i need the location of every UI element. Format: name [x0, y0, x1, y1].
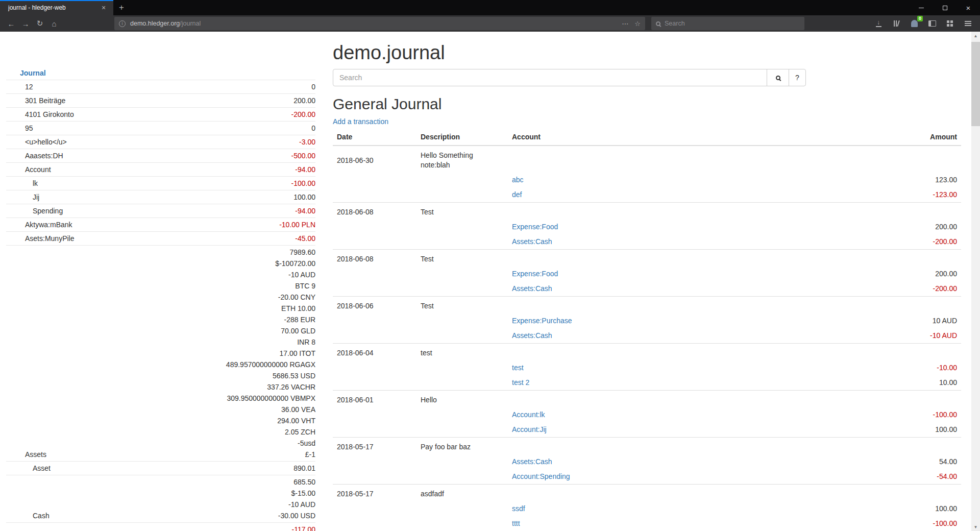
transaction-row: 2018-06-01Hello	[333, 391, 961, 408]
sidebar-account-link[interactable]: Asset	[33, 464, 51, 472]
balance-amount: 100.00	[141, 191, 315, 203]
posting-amount: -10 AUD	[767, 328, 961, 344]
posting-amount: 200.00	[767, 267, 961, 281]
posting-account-link[interactable]: def	[512, 190, 522, 199]
sidebar-account-link[interactable]: Spending	[33, 207, 63, 215]
posting-account-link[interactable]: Assets:Cash	[512, 457, 552, 466]
posting-row: abc123.00	[333, 173, 961, 187]
library-icon	[894, 20, 899, 27]
posting-account-link[interactable]: test 2	[512, 378, 529, 387]
transaction-date: 2018-06-08	[333, 250, 416, 267]
sidebar-account-row: -117.00	[6, 523, 315, 531]
reload-button[interactable]: ↻	[33, 17, 47, 30]
journal-search-button[interactable]	[767, 69, 789, 86]
window-maximize-button[interactable]	[933, 0, 957, 15]
transaction-description: Test	[416, 297, 508, 314]
browser-tab[interactable]: journal - hledger-web ×	[0, 0, 113, 15]
sidebar-account-balance: 685.50$-15.00-10 AUD-30.00 USD	[141, 475, 315, 523]
posting-account-link[interactable]: Account:Spending	[512, 472, 570, 480]
posting-account-link[interactable]: Expense:Food	[512, 223, 558, 231]
sidebar-account-link[interactable]: 4101 Girokonto	[25, 110, 74, 118]
posting-account-link[interactable]: test	[512, 364, 524, 372]
site-info-icon[interactable]	[119, 20, 126, 27]
sidebar-account-link[interactable]: Cash	[33, 512, 50, 520]
sidebar-account-row: Asets:MunyPile-45.00	[6, 232, 315, 246]
posting-amount: 200.00	[767, 220, 961, 234]
balance-amount: -94.00	[141, 164, 315, 175]
back-button[interactable]: ←	[4, 17, 18, 30]
sidebar-account-link[interactable]: Asets:MunyPile	[25, 234, 74, 243]
sidebar-account-link[interactable]: Account	[25, 165, 51, 174]
browser-search-field[interactable]: Search	[651, 17, 804, 30]
transaction-row: 2018-06-08Test	[333, 203, 961, 220]
url-bar[interactable]: demo.hledger.org/journal ⋯ ☆	[114, 17, 645, 30]
col-header-description: Description	[416, 129, 508, 146]
add-transaction-link[interactable]: Add a transaction	[333, 117, 388, 126]
posting-account: Assets:Cash	[508, 281, 767, 297]
sidebar-account-row: Spending-94.00	[6, 204, 315, 218]
sidebar-account-link[interactable]: <u>hello</u>	[25, 138, 67, 146]
home-button[interactable]: ⌂	[47, 17, 61, 30]
sidebar-account-link[interactable]: Jij	[33, 193, 39, 201]
posting-account-link[interactable]: Assets:Cash	[512, 331, 552, 340]
col-header-date: Date	[333, 129, 416, 146]
sidebar-account-link[interactable]: 12	[25, 83, 33, 91]
posting-account-link[interactable]: Expense:Food	[512, 270, 558, 278]
sidebar-toggle-button[interactable]	[927, 18, 937, 29]
sidebar-account-link[interactable]: lk	[33, 179, 38, 187]
posting-account-link[interactable]: Assets:Cash	[512, 237, 552, 246]
page-scrollbar[interactable]: ▲ ▼	[971, 32, 980, 531]
window-controls: ×	[910, 0, 980, 15]
posting-account-link[interactable]: Account:Jij	[512, 425, 547, 433]
tab-close-icon[interactable]: ×	[99, 4, 108, 12]
posting-amount: 123.00	[767, 173, 961, 187]
posting-row: Account:lk-100.00	[333, 407, 961, 422]
maximize-icon	[943, 6, 947, 10]
window-close-button[interactable]: ×	[957, 0, 980, 15]
balance-amount: -10.00 PLN	[141, 219, 315, 230]
menu-button[interactable]	[963, 18, 973, 29]
posting-amount: 100.00	[767, 501, 961, 516]
sidebar-account-row: Aktywa:mBank-10.00 PLN	[6, 218, 315, 232]
sidebar-account-name: Asets:MunyPile	[6, 232, 141, 246]
posting-account-link[interactable]: ssdf	[512, 504, 525, 513]
sidebar-account-link[interactable]: Aaasets:DH	[25, 152, 63, 160]
sidebar-account-link[interactable]: Aktywa:mBank	[25, 221, 72, 229]
scrollbar-thumb[interactable]	[971, 42, 980, 126]
transaction-date: 2018-05-17	[333, 438, 416, 455]
new-tab-button[interactable]: +	[113, 0, 130, 15]
scrollbar-up-arrow[interactable]: ▲	[971, 32, 980, 40]
posting-account-link[interactable]: abc	[512, 176, 524, 184]
downloads-button[interactable]: ↓	[873, 18, 884, 29]
library-button[interactable]	[891, 18, 901, 29]
balance-amount: -288 EUR	[141, 314, 315, 325]
posting-row: Assets:Cash-200.00	[333, 234, 961, 250]
posting-account-link[interactable]: tttt	[512, 519, 520, 527]
search-help-button[interactable]: ?	[789, 69, 806, 86]
col-header-account: Account	[508, 129, 767, 146]
journal-search-input[interactable]	[333, 69, 767, 86]
scrollbar-down-arrow[interactable]: ▼	[971, 523, 980, 531]
extension-button[interactable]: 0	[909, 18, 919, 29]
sidebar-account-link[interactable]: 95	[25, 124, 33, 132]
sidebar-account-row: Jij100.00	[6, 190, 315, 204]
sidebar-journal-link[interactable]: Journal	[20, 69, 46, 77]
sidebar-account-name: 4101 Girokonto	[6, 108, 141, 122]
sidebar-account-link[interactable]: 301 Beiträge	[25, 96, 65, 105]
page-actions-icon[interactable]: ⋯	[622, 20, 628, 28]
sidebar-account-link[interactable]: Assets	[25, 450, 46, 458]
balance-amount: 200.00	[141, 95, 315, 106]
posting-account-link[interactable]: Assets:Cash	[512, 284, 552, 293]
window-minimize-button[interactable]	[910, 0, 933, 15]
balance-amount: 0	[141, 123, 315, 134]
bookmark-star-icon[interactable]: ☆	[634, 20, 641, 28]
forward-button[interactable]: →	[18, 17, 33, 30]
transaction-row: 2018-06-08Test	[333, 250, 961, 267]
sidebar-account-row: Assets7989.60$-100720.00-10 AUDBTC 9-20.…	[6, 246, 315, 462]
posting-row: Account:Spending-54.00	[333, 469, 961, 485]
sidebar-account-balance: 0	[141, 122, 315, 135]
posting-account-link[interactable]: Account:lk	[512, 411, 545, 419]
apps-grid-button[interactable]	[945, 18, 955, 29]
browser-navbar: ← → ↻ ⌂ demo.hledger.org/journal ⋯ ☆ Sea…	[0, 15, 980, 32]
posting-account-link[interactable]: Expense:Purchase	[512, 317, 572, 325]
